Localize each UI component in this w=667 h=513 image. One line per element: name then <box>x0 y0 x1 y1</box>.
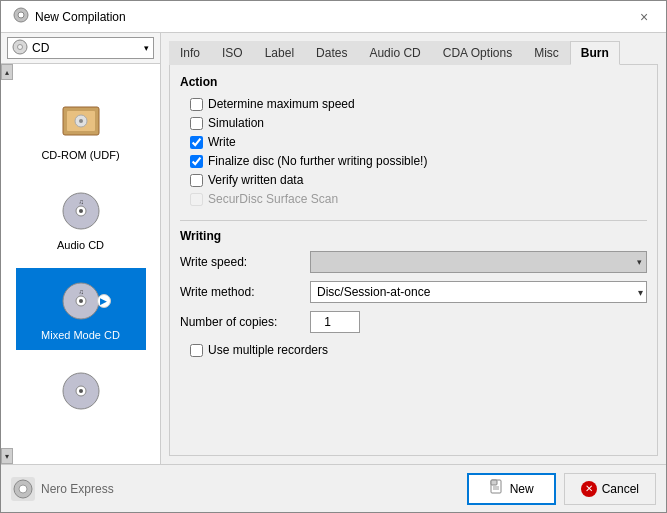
bottom-buttons: New ✕ Cancel <box>467 473 656 505</box>
action-section: Action Determine maximum speed Simulatio… <box>180 75 647 206</box>
mixed-mode-arrow-icon: ▶ <box>97 294 111 308</box>
verify-written-data-checkbox[interactable] <box>190 174 203 187</box>
number-of-copies-input[interactable] <box>310 311 360 333</box>
checkbox-row-write: Write <box>190 135 647 149</box>
cd-dropdown-arrow: ▾ <box>144 43 149 53</box>
new-button-label: New <box>510 482 534 496</box>
svg-text:♫: ♫ <box>78 288 83 295</box>
nero-express-label: Nero Express <box>41 482 114 496</box>
finalize-disc-label[interactable]: Finalize disc (No further writing possib… <box>208 154 427 168</box>
checkbox-row-finalize: Finalize disc (No further writing possib… <box>190 154 647 168</box>
cd-type-header: CD ▾ <box>1 33 160 64</box>
disc-item-audio-cd[interactable]: ♫ Audio CD <box>16 178 146 260</box>
multiple-recorders-row: Use multiple recorders <box>190 343 647 357</box>
burn-tab-content: Action Determine maximum speed Simulatio… <box>169 65 658 456</box>
audio-cd-icon: ♫ <box>57 187 105 235</box>
mixed-mode-cd-icon: ♫ ▶ <box>57 277 105 325</box>
finalize-disc-checkbox[interactable] <box>190 155 203 168</box>
window-title-icon <box>13 7 29 26</box>
write-speed-dropdown[interactable]: ▾ <box>310 251 647 273</box>
simulation-checkbox[interactable] <box>190 117 203 130</box>
svg-point-10 <box>79 209 83 213</box>
tab-cda-options[interactable]: CDA Options <box>432 41 523 65</box>
scroll-up-arrow[interactable]: ▴ <box>1 64 13 80</box>
cd-rom-udf-label: CD-ROM (UDF) <box>41 149 119 161</box>
tab-bar: Info ISO Label Dates Audio CD CDA Option… <box>169 41 658 65</box>
tab-iso[interactable]: ISO <box>211 41 254 65</box>
cd-type-label: CD <box>32 41 49 55</box>
number-of-copies-control <box>310 311 647 333</box>
checkbox-row-simulation: Simulation <box>190 116 647 130</box>
mixed-mode-cd-label: Mixed Mode CD <box>41 329 120 341</box>
right-panel: Info ISO Label Dates Audio CD CDA Option… <box>161 33 666 464</box>
write-checkbox[interactable] <box>190 136 203 149</box>
writing-section-title: Writing <box>180 229 647 243</box>
tab-info[interactable]: Info <box>169 41 211 65</box>
checkbox-row-determine-max-speed: Determine maximum speed <box>190 97 647 111</box>
cd-type-dropdown[interactable]: CD ▾ <box>7 37 154 59</box>
write-method-select[interactable]: Disc/Session-at-once Track-at-once Raw <box>310 281 647 303</box>
tab-burn[interactable]: Burn <box>570 41 620 65</box>
use-multiple-recorders-checkbox[interactable] <box>190 344 203 357</box>
checkbox-row-verify: Verify written data <box>190 173 647 187</box>
write-speed-arrow-icon: ▾ <box>637 257 642 267</box>
nero-express-area: Nero Express <box>11 477 114 501</box>
cd-type-icon <box>12 39 28 58</box>
left-panel: CD ▾ ▴ CD-ROM (U <box>1 33 161 464</box>
write-method-row: Write method: Disc/Session-at-once Track… <box>180 281 647 303</box>
svg-point-14 <box>79 299 83 303</box>
svg-point-18 <box>79 389 83 393</box>
securdisc-surface-scan-label: SecurDisc Surface Scan <box>208 192 338 206</box>
new-button-icon <box>489 479 505 498</box>
tab-misc[interactable]: Misc <box>523 41 570 65</box>
nero-express-icon <box>11 477 35 501</box>
svg-text:♫: ♫ <box>78 198 83 205</box>
tab-label[interactable]: Label <box>254 41 305 65</box>
section-divider <box>180 220 647 221</box>
write-method-control: Disc/Session-at-once Track-at-once Raw <box>310 281 647 303</box>
securdisc-surface-scan-checkbox <box>190 193 203 206</box>
tab-audio-cd[interactable]: Audio CD <box>358 41 431 65</box>
title-bar-left: New Compilation <box>13 7 126 26</box>
cancel-button-label: Cancel <box>602 482 639 496</box>
scroll-down-arrow[interactable]: ▾ <box>1 448 13 464</box>
cd-rom-udf-icon <box>57 97 105 145</box>
content-area: CD ▾ ▴ CD-ROM (U <box>1 33 666 464</box>
write-method-select-wrapper: Disc/Session-at-once Track-at-once Raw <box>310 281 647 303</box>
svg-point-3 <box>18 44 23 49</box>
action-section-title: Action <box>180 75 647 89</box>
bottom-bar: Nero Express New ✕ Cancel <box>1 464 666 512</box>
checkbox-row-securdisc: SecurDisc Surface Scan <box>190 192 647 206</box>
write-speed-control: ▾ <box>310 251 647 273</box>
disc-item-extra[interactable] <box>16 358 146 428</box>
cancel-icon: ✕ <box>581 481 597 497</box>
close-button[interactable]: × <box>634 7 654 27</box>
write-label[interactable]: Write <box>208 135 236 149</box>
main-window: New Compilation × CD ▾ ▴ <box>0 0 667 513</box>
extra-disc-icon <box>57 367 105 415</box>
svg-rect-22 <box>491 480 497 485</box>
determine-max-speed-checkbox[interactable] <box>190 98 203 111</box>
window-title: New Compilation <box>35 10 126 24</box>
title-bar: New Compilation × <box>1 1 666 33</box>
svg-point-20 <box>19 485 27 493</box>
disc-item-mixed-mode-cd[interactable]: ♫ ▶ Mixed Mode CD <box>16 268 146 350</box>
disc-item-cd-rom-udf[interactable]: CD-ROM (UDF) <box>16 88 146 170</box>
use-multiple-recorders-label[interactable]: Use multiple recorders <box>208 343 328 357</box>
new-button[interactable]: New <box>467 473 556 505</box>
svg-point-7 <box>79 119 83 123</box>
write-method-label: Write method: <box>180 285 310 299</box>
cancel-button[interactable]: ✕ Cancel <box>564 473 656 505</box>
verify-written-data-label[interactable]: Verify written data <box>208 173 303 187</box>
disc-type-list: CD-ROM (UDF) ♫ Audio CD <box>1 80 160 448</box>
svg-point-1 <box>18 12 24 18</box>
write-speed-label: Write speed: <box>180 255 310 269</box>
write-speed-row: Write speed: ▾ <box>180 251 647 273</box>
audio-cd-label: Audio CD <box>57 239 104 251</box>
tab-dates[interactable]: Dates <box>305 41 358 65</box>
simulation-label[interactable]: Simulation <box>208 116 264 130</box>
determine-max-speed-label[interactable]: Determine maximum speed <box>208 97 355 111</box>
writing-section: Writing Write speed: ▾ Write method: <box>180 229 647 357</box>
number-of-copies-label: Number of copies: <box>180 315 310 329</box>
number-of-copies-row: Number of copies: <box>180 311 647 333</box>
